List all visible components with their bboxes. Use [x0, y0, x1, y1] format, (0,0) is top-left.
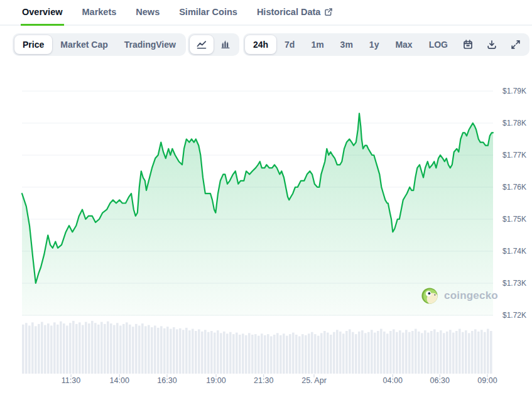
time-range-group: 24h 7d 1m 3m 1y Max LOG	[243, 33, 529, 56]
range-3m-button[interactable]: 3m	[332, 35, 361, 54]
volume-bar	[333, 332, 335, 374]
y-axis-label: $1.74K	[502, 247, 526, 256]
volume-bar	[192, 329, 194, 374]
volume-bar	[430, 331, 433, 374]
tab-markets[interactable]: Markets	[81, 1, 118, 26]
x-axis-label: 14:00	[110, 376, 129, 385]
tab-overview[interactable]: Overview	[21, 1, 64, 26]
y-axis-label: $1.79K	[502, 87, 526, 95]
chart-type-toggle-group	[188, 33, 239, 56]
volume-bar	[69, 323, 72, 374]
volume-bar	[433, 329, 436, 374]
volume-bar	[462, 332, 464, 374]
x-axis-label: 19:00	[206, 376, 225, 385]
line-chart-button[interactable]	[190, 35, 214, 54]
volume-bar	[408, 332, 411, 374]
metric-market-cap-button[interactable]: Market Cap	[52, 35, 116, 54]
volume-bar	[28, 326, 31, 374]
volume-bar	[232, 334, 235, 374]
volume-bar	[25, 323, 28, 374]
volume-bar	[270, 337, 273, 374]
volume-bar	[217, 330, 219, 374]
volume-bar	[41, 322, 43, 374]
volume-bar	[50, 326, 53, 374]
volume-bar	[440, 330, 442, 374]
price-area-fill	[22, 114, 493, 316]
y-axis-label: $1.78K	[502, 119, 526, 127]
volume-bar	[144, 326, 147, 374]
volume-bar	[295, 335, 298, 374]
y-axis-label: $1.73K	[502, 279, 526, 288]
tab-news[interactable]: News	[134, 1, 161, 26]
fullscreen-button[interactable]	[504, 35, 528, 54]
volume-bar	[75, 324, 78, 374]
tab-similar-coins[interactable]: Similar Coins	[178, 1, 239, 26]
range-max-button[interactable]: Max	[387, 35, 420, 54]
volume-bar	[465, 330, 467, 374]
volume-bar	[320, 333, 323, 374]
volume-bar	[22, 325, 24, 374]
volume-bar	[35, 326, 37, 374]
fullscreen-icon	[510, 39, 521, 50]
metric-tradingview-button[interactable]: TradingView	[116, 35, 184, 54]
range-1y-button[interactable]: 1y	[361, 35, 388, 54]
volume-bar	[258, 336, 260, 374]
volume-bar	[116, 323, 119, 374]
volume-bar	[276, 333, 279, 374]
volume-bar	[94, 323, 97, 374]
volume-bar	[374, 333, 376, 374]
x-axis-label: 04:00	[383, 376, 403, 385]
volume-bar	[402, 333, 404, 374]
y-axis-label: $1.72K	[502, 311, 526, 320]
volume-bar	[135, 324, 138, 374]
volume-bar	[229, 332, 232, 374]
volume-bar	[53, 322, 56, 374]
volume-bar	[214, 333, 216, 374]
volume-bar	[386, 333, 389, 374]
range-1m-button[interactable]: 1m	[303, 35, 332, 54]
volume-bar	[113, 325, 116, 374]
range-7d-button[interactable]: 7d	[276, 35, 303, 54]
chart-toolbar: Price Market Cap TradingView 24h 7d 1	[13, 33, 529, 56]
volume-bar	[364, 333, 367, 374]
x-axis-label: 16:30	[157, 376, 176, 385]
volume-bar	[418, 332, 420, 374]
volume-bar	[443, 333, 445, 374]
volume-bar	[327, 333, 329, 374]
log-scale-button[interactable]: LOG	[421, 35, 456, 54]
volume-bar	[405, 330, 408, 374]
volume-bar	[484, 332, 486, 374]
volume-bar	[154, 326, 156, 374]
tab-markets-label: Markets	[82, 7, 117, 17]
volume-bar	[411, 331, 414, 374]
x-axis-label: 25. Apr	[301, 376, 327, 385]
y-axis-label: $1.76K	[502, 183, 526, 192]
volume-bar	[170, 329, 172, 374]
volume-bar	[292, 333, 295, 374]
volume-bar	[91, 321, 94, 374]
download-chart-button[interactable]	[480, 35, 504, 54]
metric-price-button[interactable]: Price	[14, 35, 52, 54]
volume-bar	[383, 332, 386, 374]
tab-bar: Overview Markets News Similar Coins Hist…	[0, 0, 532, 26]
volume-bar	[160, 326, 163, 374]
volume-bar	[60, 322, 62, 374]
volume-bar	[198, 329, 200, 374]
volume-bar	[371, 330, 373, 374]
volume-bar	[173, 327, 175, 374]
bar-chart-button[interactable]	[214, 35, 237, 54]
volume-bar	[349, 329, 351, 374]
tab-historical-data[interactable]: Historical Data	[256, 1, 335, 26]
date-picker-button[interactable]	[456, 35, 480, 54]
external-link-icon	[324, 8, 333, 16]
volume-bar	[317, 336, 320, 374]
range-24h-button[interactable]: 24h	[245, 35, 276, 54]
volume-bar	[188, 330, 191, 374]
volume-bar	[207, 332, 210, 374]
volume-bar	[122, 324, 125, 374]
metric-toggle-group: Price Market Cap TradingView	[13, 33, 186, 56]
volume-bar	[415, 329, 417, 374]
price-chart[interactable]: $1.79K$1.78K$1.77K$1.76K$1.75K$1.74K$1.7…	[0, 58, 532, 388]
volume-bar	[138, 326, 141, 374]
volume-bar	[345, 331, 348, 374]
